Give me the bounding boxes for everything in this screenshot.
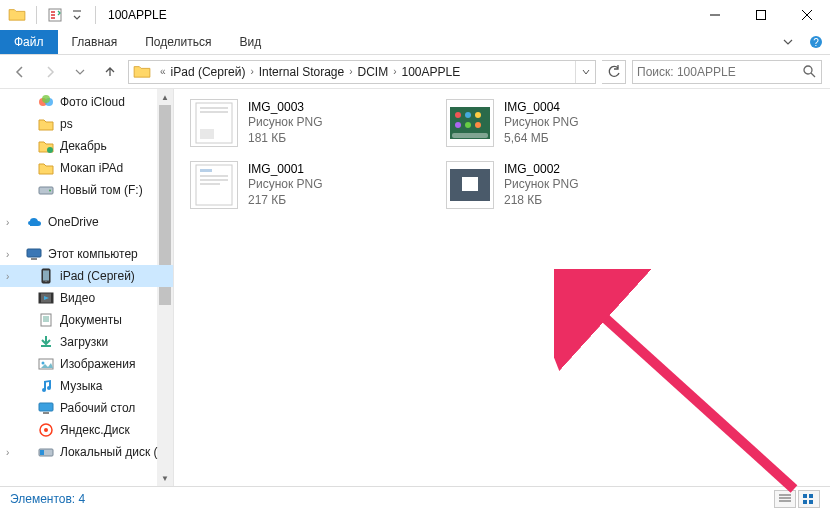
minimize-button[interactable] (692, 0, 738, 30)
svg-rect-42 (200, 175, 228, 177)
file-item[interactable]: IMG_0002Рисунок PNG218 КБ (444, 159, 684, 211)
svg-rect-48 (803, 494, 807, 498)
sidebar-item[interactable]: Декабрь (0, 135, 173, 157)
maximize-button[interactable] (738, 0, 784, 30)
svg-point-8 (47, 147, 53, 153)
svg-point-10 (49, 190, 51, 192)
svg-rect-22 (39, 403, 53, 411)
sidebar-item[interactable]: ›iPad (Сергей) (0, 265, 173, 287)
search-icon[interactable] (801, 65, 817, 78)
sidebar-item[interactable]: Фото iCloud (0, 91, 173, 113)
qat-dropdown-icon[interactable] (69, 7, 85, 23)
sidebar-item[interactable]: Изображения (0, 353, 173, 375)
expand-caret-icon[interactable]: › (6, 249, 9, 260)
file-size: 217 КБ (248, 193, 323, 209)
nav-up-button[interactable] (98, 60, 122, 84)
file-name: IMG_0004 (504, 100, 579, 116)
svg-point-7 (42, 95, 50, 103)
svg-text:?: ? (813, 37, 819, 48)
file-size: 218 КБ (504, 193, 579, 209)
svg-point-34 (465, 112, 471, 118)
sidebar-item[interactable]: ›OneDrive (0, 211, 173, 233)
breadcrumb-item[interactable]: 100APPLE (402, 65, 461, 79)
sidebar-item-label: Рабочий стол (60, 401, 135, 415)
status-item-count: Элементов: 4 (10, 492, 85, 506)
desktop-icon (38, 400, 54, 416)
svg-rect-30 (200, 111, 228, 113)
sidebar-item-label: Новый том (F:) (60, 183, 143, 197)
svg-rect-17 (39, 293, 41, 303)
expand-caret-icon[interactable]: › (6, 447, 9, 458)
breadcrumb-item[interactable]: Internal Storage (259, 65, 344, 79)
photos-icon (38, 94, 54, 110)
title-bar: 100APPLE (0, 0, 830, 30)
drive-c-icon (38, 444, 54, 460)
chevron-right-icon[interactable]: › (388, 66, 401, 77)
file-item[interactable]: IMG_0004Рисунок PNG5,64 МБ (444, 97, 684, 149)
ribbon-tab-share[interactable]: Поделиться (131, 30, 225, 54)
sidebar-item[interactable]: Видео (0, 287, 173, 309)
sidebar-item[interactable]: Загрузки (0, 331, 173, 353)
quick-access-toolbar (0, 6, 100, 24)
file-name: IMG_0003 (248, 100, 323, 116)
app-folder-icon (8, 7, 26, 23)
close-button[interactable] (784, 0, 830, 30)
music-icon (38, 378, 54, 394)
chevron-right-icon[interactable]: › (245, 66, 258, 77)
sidebar-item-label: Видео (60, 291, 95, 305)
ribbon-tab-view[interactable]: Вид (225, 30, 275, 54)
scroll-down-button[interactable]: ▼ (157, 470, 173, 486)
ribbon-tab-home[interactable]: Главная (58, 30, 132, 54)
refresh-button[interactable] (602, 60, 626, 84)
file-item[interactable]: IMG_0003Рисунок PNG181 КБ (188, 97, 428, 149)
chevron-right-icon[interactable]: › (344, 66, 357, 77)
nav-back-button[interactable] (8, 60, 32, 84)
sidebar-item[interactable]: Новый том (F:) (0, 179, 173, 201)
sidebar-item[interactable]: Мокап iPAd (0, 157, 173, 179)
file-item[interactable]: IMG_0001Рисунок PNG217 КБ (188, 159, 428, 211)
breadcrumb-item[interactable]: iPad (Сергей) (171, 65, 246, 79)
chevron-left-icon[interactable]: « (155, 66, 171, 77)
onedrive-icon (26, 214, 42, 230)
svg-rect-44 (200, 183, 220, 185)
nav-forward-button[interactable] (38, 60, 62, 84)
ribbon-expand-button[interactable] (774, 30, 802, 54)
sidebar-item[interactable]: Яндекс.Диск (0, 419, 173, 441)
address-dropdown-button[interactable] (575, 61, 595, 83)
search-box[interactable] (632, 60, 822, 84)
properties-icon[interactable] (47, 7, 63, 23)
file-thumbnail (446, 99, 494, 147)
address-bar[interactable]: « iPad (Сергей) › Internal Storage › DCI… (128, 60, 596, 84)
images-icon (38, 356, 54, 372)
svg-rect-19 (41, 314, 51, 326)
sidebar-item[interactable]: Музыка (0, 375, 173, 397)
svg-rect-49 (809, 494, 813, 498)
breadcrumb-item[interactable]: DCIM (358, 65, 389, 79)
file-type: Рисунок PNG (248, 115, 323, 131)
file-name: IMG_0001 (248, 162, 323, 178)
pc-icon (26, 246, 42, 262)
nav-recent-button[interactable] (68, 60, 92, 84)
view-large-icons-button[interactable] (798, 490, 820, 508)
view-details-button[interactable] (774, 490, 796, 508)
folder-icon (38, 116, 54, 132)
sidebar-item[interactable]: Рабочий стол (0, 397, 173, 419)
file-list-pane[interactable]: IMG_0003Рисунок PNG181 КБIMG_0004Рисунок… (174, 89, 830, 486)
window-title: 100APPLE (108, 8, 167, 22)
expand-caret-icon[interactable]: › (6, 271, 9, 282)
expand-caret-icon[interactable]: › (6, 217, 9, 228)
file-thumbnail (190, 99, 238, 147)
search-input[interactable] (637, 65, 801, 79)
file-thumbnail (446, 161, 494, 209)
svg-rect-41 (200, 169, 212, 172)
sidebar-item[interactable]: Документы (0, 309, 173, 331)
sidebar-item-label: Фото iCloud (60, 95, 125, 109)
help-button[interactable]: ? (802, 30, 830, 54)
yadisk-icon (38, 422, 54, 438)
svg-point-4 (804, 66, 812, 74)
navigation-pane[interactable]: ▲ ▼ Фото iCloudpsДекабрьМокап iPAdНовый … (0, 89, 174, 486)
file-tab[interactable]: Файл (0, 30, 58, 54)
sidebar-item[interactable]: ps (0, 113, 173, 135)
sidebar-item[interactable]: ›Этот компьютер (0, 243, 173, 265)
sidebar-item[interactable]: ›Локальный диск ( (0, 441, 173, 463)
